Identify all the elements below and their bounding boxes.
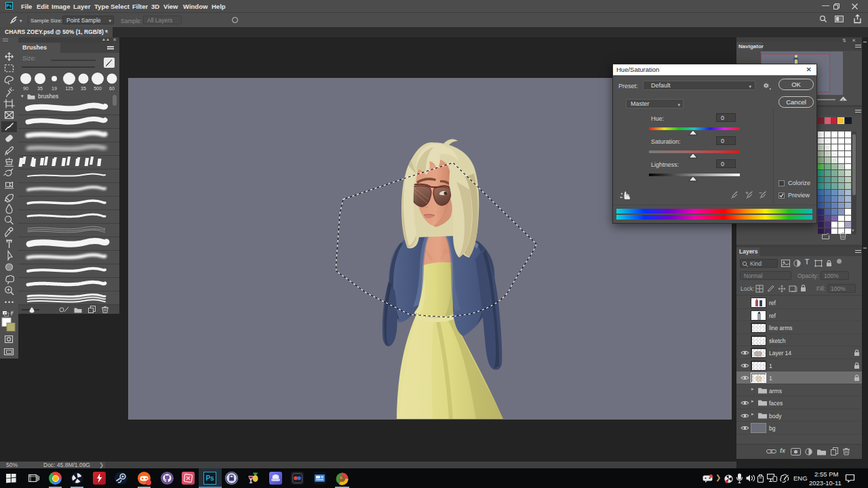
svg-text:500: 500 (94, 86, 102, 91)
svg-text:60: 60 (109, 86, 115, 91)
svg-text:90: 90 (23, 86, 28, 91)
svg-text:125: 125 (65, 86, 73, 91)
svg-text:35: 35 (81, 86, 86, 91)
svg-text:35: 35 (37, 86, 43, 91)
svg-text:19: 19 (52, 86, 57, 91)
